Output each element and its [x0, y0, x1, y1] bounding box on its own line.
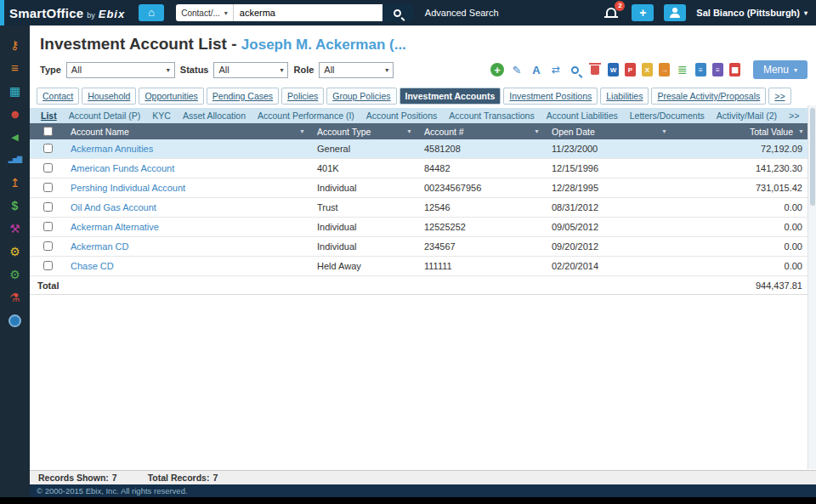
user-menu[interactable]: Sal Bianco (Pittsburgh) ▾	[696, 8, 808, 18]
tab-policies[interactable]: Policies	[281, 88, 324, 105]
table-row[interactable]: Pershing Individual Account Individual 0…	[30, 178, 816, 198]
tab-opportunities[interactable]: Opportunities	[139, 88, 203, 105]
tab-pending-cases[interactable]: Pending Cases	[207, 88, 279, 105]
filter-status-dropdown[interactable]: All ▾	[213, 62, 288, 78]
tab-contact[interactable]: Contact	[37, 88, 79, 105]
subtab-account-liabilities[interactable]: Account Liabilities	[541, 110, 624, 121]
export-icon[interactable]: →	[659, 63, 670, 76]
row-checkbox[interactable]	[43, 183, 53, 192]
badge-icon[interactable]	[8, 314, 21, 327]
row-checkbox[interactable]	[43, 202, 53, 212]
calendar-icon[interactable]: ▦	[9, 85, 20, 97]
table-total-row: Total 944,437.81	[30, 276, 816, 295]
upload-icon[interactable]: ↥	[10, 177, 20, 189]
subtabs-overflow-button[interactable]: >>	[783, 110, 805, 121]
select-all-checkbox[interactable]	[43, 127, 53, 136]
settings-gear-icon[interactable]: ⚙	[9, 269, 20, 280]
add-icon[interactable]: +	[490, 63, 504, 76]
tab-presale-activity[interactable]: Presale Activity/Proposals	[651, 88, 766, 105]
table-row[interactable]: Ackerman Annuities General 4581208 11/23…	[30, 139, 816, 159]
quick-add-button[interactable]: +	[632, 4, 654, 21]
edit-icon[interactable]: ✎	[510, 63, 524, 76]
filter-type-dropdown[interactable]: All ▾	[66, 62, 175, 78]
account-name-link[interactable]: Ackerman CD	[71, 241, 128, 252]
subtab-account-detail[interactable]: Account Detail (P)	[63, 110, 147, 121]
pdf-doc-icon[interactable]: P	[625, 63, 636, 76]
account-type-cell: General	[312, 144, 419, 154]
subtab-activity-mail[interactable]: Activity/Mail (2)	[711, 110, 783, 121]
advanced-search-link[interactable]: Advanced Search	[425, 8, 499, 18]
filter-role-dropdown[interactable]: All ▾	[319, 62, 394, 78]
chart-icon[interactable]: ▂▅▇	[8, 154, 21, 166]
table-row[interactable]: American Funds Account 401K 84482 12/15/…	[30, 159, 816, 178]
tab-group-policies[interactable]: Group Policies	[326, 88, 396, 105]
filter-funnel-icon[interactable]: ▼	[661, 128, 667, 134]
row-checkbox[interactable]	[43, 163, 53, 173]
account-name-link[interactable]: Chase CD	[71, 261, 114, 271]
font-icon[interactable]: A	[530, 63, 543, 76]
tab-investment-positions[interactable]: Investment Positions	[503, 88, 598, 105]
scrollbar-thumb[interactable]	[810, 108, 815, 206]
tabs-overflow-button[interactable]: >>	[768, 88, 790, 105]
money-icon[interactable]: $	[12, 200, 19, 212]
subtab-list[interactable]: List	[35, 110, 63, 121]
row-checkbox[interactable]	[43, 222, 53, 231]
account-type-cell: 401K	[312, 163, 419, 173]
document-icon[interactable]: ≡	[695, 63, 706, 76]
search-button[interactable]	[382, 4, 413, 21]
contacts-icon[interactable]: ☻	[8, 108, 21, 120]
subtab-account-performance[interactable]: Account Performance (I)	[252, 110, 360, 121]
account-name-link[interactable]: Ackerman Annuities	[71, 144, 153, 154]
account-name-link[interactable]: American Funds Account	[71, 163, 174, 173]
tab-liabilities[interactable]: Liabilities	[600, 88, 649, 105]
table-row[interactable]: Ackerman Alternative Individual 12525252…	[30, 218, 816, 237]
main-tabs: Contact Household Opportunities Pending …	[30, 83, 816, 105]
subtab-account-positions[interactable]: Account Positions	[360, 110, 443, 121]
subtab-account-transactions[interactable]: Account Transactions	[443, 110, 540, 121]
vertical-scrollbar[interactable]	[808, 105, 816, 469]
global-search-input[interactable]	[234, 4, 382, 21]
subtab-asset-allocation[interactable]: Asset Allocation	[177, 110, 252, 121]
subtab-letters-documents[interactable]: Letters/Documents	[624, 110, 711, 121]
menu-button[interactable]: Menu ▾	[753, 60, 808, 79]
spreadsheet-icon[interactable]: X	[642, 63, 653, 76]
row-checkbox[interactable]	[43, 241, 53, 251]
campaign-icon[interactable]: ◀	[11, 131, 18, 143]
account-name-link[interactable]: Ackerman Alternative	[71, 222, 159, 232]
contact-name-link[interactable]: Joseph M. Ackerman (...	[241, 37, 406, 53]
board-icon[interactable]: ▦	[729, 63, 740, 76]
account-name-link[interactable]: Oil And Gas Account	[71, 202, 156, 212]
filter-funnel-icon[interactable]: ▼	[798, 128, 804, 134]
search-icon[interactable]	[569, 63, 582, 76]
column-header-account-name: Account Name ▼	[65, 123, 312, 139]
home-button[interactable]: ⌂	[139, 4, 164, 21]
table-row[interactable]: Ackerman CD Individual 234567 09/20/2012…	[30, 237, 816, 257]
key-icon[interactable]: ⚷	[10, 39, 19, 51]
word-doc-icon[interactable]: W	[608, 63, 619, 76]
open-date-cell: 08/31/2012	[547, 202, 674, 212]
menu-icon[interactable]: ≡	[11, 62, 19, 74]
user-add-button[interactable]	[664, 4, 686, 21]
subtab-kyc[interactable]: KYC	[146, 110, 177, 121]
tab-investment-accounts[interactable]: Investment Accounts	[400, 88, 502, 105]
search-scope-dropdown[interactable]: Contact/... ▾	[176, 4, 234, 21]
filter-funnel-icon[interactable]: ▼	[406, 128, 412, 134]
total-value-cell: 0.00	[674, 222, 816, 232]
notifications-button[interactable]: 2	[603, 3, 621, 22]
report-icon[interactable]: ≡	[712, 63, 723, 76]
tab-household[interactable]: Household	[82, 88, 136, 105]
delete-icon[interactable]	[588, 63, 602, 76]
tools-icon[interactable]: ⚒	[9, 223, 20, 235]
filter-funnel-icon[interactable]: ▼	[534, 128, 540, 134]
row-checkbox[interactable]	[43, 261, 53, 270]
utilities-icon[interactable]: ⚗	[9, 292, 20, 303]
wrench-icon[interactable]: ⚙	[9, 246, 20, 258]
table-row[interactable]: Oil And Gas Account Trust 12546 08/31/20…	[30, 198, 816, 218]
table-row[interactable]: Chase CD Held Away 111111 02/20/2014 0.0…	[30, 257, 816, 276]
account-name-link[interactable]: Pershing Individual Account	[71, 183, 185, 193]
row-checkbox[interactable]	[43, 144, 53, 153]
filter-funnel-icon[interactable]: ▼	[299, 128, 305, 134]
filter-type-value: All	[71, 65, 82, 75]
list-icon[interactable]: ≣	[676, 63, 689, 76]
hierarchy-icon[interactable]: ⇄	[549, 63, 563, 76]
